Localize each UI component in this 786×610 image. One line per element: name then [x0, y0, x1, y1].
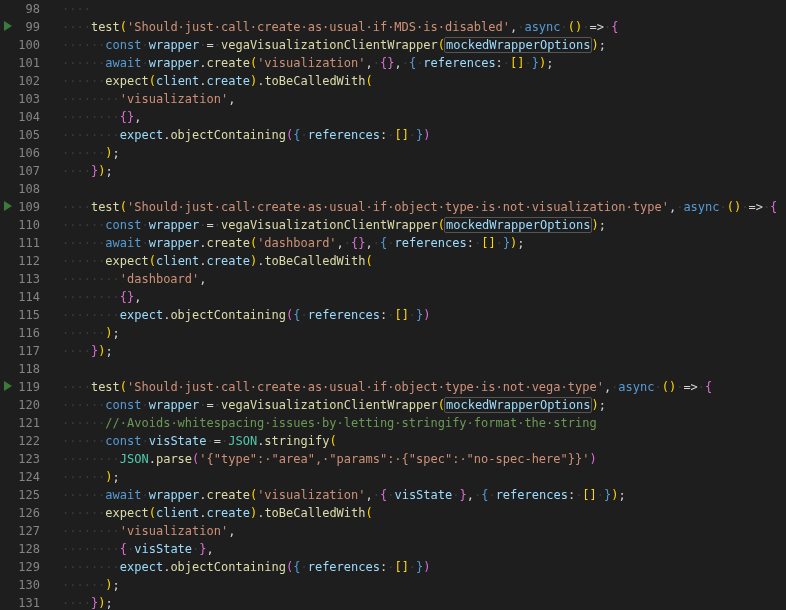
- code-line[interactable]: ······const·visState·=·JSON.stringify(: [62, 432, 786, 450]
- code-line[interactable]: ······);: [62, 144, 786, 162]
- token-string: 'visualization': [257, 488, 365, 502]
- line-number: 120: [0, 396, 58, 414]
- code-line[interactable]: ······);: [62, 468, 786, 486]
- whitespace: ·: [503, 56, 510, 70]
- token-pun: ,: [228, 92, 235, 106]
- run-test-icon[interactable]: [4, 381, 12, 391]
- indent-whitespace: ········: [62, 542, 120, 556]
- line-number: 118: [0, 360, 58, 378]
- code-line[interactable]: ····test('Should·just·call·create·as·usu…: [62, 198, 786, 216]
- token-par: (: [366, 254, 373, 268]
- code-line[interactable]: ····});: [62, 162, 786, 180]
- code-line[interactable]: ········expect.objectContaining({·refere…: [62, 126, 786, 144]
- code-line[interactable]: ····});: [62, 594, 786, 610]
- whitespace: ·: [344, 236, 351, 250]
- run-test-icon[interactable]: [4, 201, 12, 211]
- token-fn: expect: [105, 506, 148, 520]
- code-line[interactable]: ····test('Should·just·call·create·as·usu…: [62, 18, 786, 36]
- indent-whitespace: ······: [62, 254, 105, 268]
- token-kw: async: [524, 20, 560, 34]
- indent-whitespace: ········: [62, 272, 120, 286]
- code-line[interactable]: ········{·visState·},: [62, 540, 786, 558]
- line-number: 125: [0, 486, 58, 504]
- token-par: []: [582, 488, 596, 502]
- code-line[interactable]: ······await·wrapper.create('visualizatio…: [62, 54, 786, 72]
- indent-whitespace: ······: [62, 218, 105, 232]
- code-line[interactable]: ········expect.objectContaining({·refere…: [62, 558, 786, 576]
- token-id: references: [308, 308, 380, 322]
- whitespace: ·: [561, 20, 568, 34]
- token-brk: {}: [120, 110, 134, 124]
- token-fn: parse: [156, 452, 192, 466]
- token-id: wrapper: [149, 488, 200, 502]
- token-pun: ;: [113, 470, 120, 484]
- token-id: wrapper: [149, 56, 200, 70]
- line-number: 109: [0, 198, 58, 216]
- indent-whitespace: ····: [62, 200, 91, 214]
- token-brk: {: [705, 380, 712, 394]
- run-test-icon[interactable]: [4, 21, 12, 31]
- code-line[interactable]: ······//·Avoids·whitespacing·issues·by·l…: [62, 414, 786, 432]
- code-line[interactable]: ········{},: [62, 108, 786, 126]
- line-number: 110: [0, 216, 58, 234]
- whitespace: ·: [207, 434, 214, 448]
- code-line[interactable]: ······const·wrapper·=·vegaVisualizationC…: [62, 216, 786, 234]
- line-number: 128: [0, 540, 58, 558]
- code-line[interactable]: ····});: [62, 342, 786, 360]
- code-line[interactable]: ······await·wrapper.create('visualizatio…: [62, 486, 786, 504]
- token-kw: await: [105, 236, 141, 250]
- code-editor[interactable]: 9899100101102103104105106107108109110111…: [0, 0, 786, 610]
- code-line[interactable]: ······expect(client.create).toBeCalledWi…: [62, 252, 786, 270]
- code-line[interactable]: ······const·wrapper·=·vegaVisualizationC…: [62, 396, 786, 414]
- line-number: 100: [0, 36, 58, 54]
- line-number: 124: [0, 468, 58, 486]
- indent-whitespace: ······: [62, 434, 105, 448]
- token-op: :: [467, 236, 474, 250]
- code-line[interactable]: ······await·wrapper.create('dashboard',·…: [62, 234, 786, 252]
- token-pun: ,: [366, 236, 373, 250]
- token-op: =: [207, 218, 214, 232]
- whitespace: ·: [402, 56, 409, 70]
- token-pun: ,: [366, 488, 373, 502]
- code-line[interactable]: [62, 180, 786, 198]
- indent-whitespace: ······: [62, 470, 105, 484]
- token-op: :: [496, 56, 503, 70]
- code-line[interactable]: ······const·wrapper·=·vegaVisualizationC…: [62, 36, 786, 54]
- code-area[interactable]: ········test('Should·just·call·create·as…: [58, 0, 786, 610]
- code-line[interactable]: ········'visualization',: [62, 522, 786, 540]
- code-line[interactable]: ········'visualization',: [62, 90, 786, 108]
- token-fn: objectContaining: [170, 308, 286, 322]
- code-line[interactable]: ······);: [62, 324, 786, 342]
- code-line[interactable]: ········'dashboard',: [62, 270, 786, 288]
- whitespace: ·: [373, 488, 380, 502]
- token-par: ): [105, 326, 112, 340]
- code-line[interactable]: ····: [62, 0, 786, 18]
- code-line[interactable]: ········expect.objectContaining({·refere…: [62, 306, 786, 324]
- code-line[interactable]: ······expect(client.create).toBeCalledWi…: [62, 504, 786, 522]
- whitespace: ·: [300, 308, 307, 322]
- whitespace: ·: [141, 38, 148, 52]
- line-number: 123: [0, 450, 58, 468]
- code-line[interactable]: [62, 360, 786, 378]
- code-line[interactable]: ····test('Should·just·call·create·as·usu…: [62, 378, 786, 396]
- token-pun: ,: [366, 56, 373, 70]
- token-brk: }: [459, 488, 466, 502]
- code-line[interactable]: ······expect(client.create).toBeCalledWi…: [62, 72, 786, 90]
- token-fn: vegaVisualizationClientWrapper: [221, 398, 438, 412]
- token-string: 'Should·just·call·create·as·usual·if·MDS…: [127, 20, 510, 34]
- token-id: expect: [120, 128, 163, 142]
- code-line[interactable]: ······);: [62, 576, 786, 594]
- whitespace: ·: [214, 398, 221, 412]
- token-pun: ;: [599, 218, 606, 232]
- token-string: 'Should·just·call·create·as·usual·if·obj…: [127, 200, 669, 214]
- token-par: (): [727, 200, 741, 214]
- token-identifier: mockedWrapperOptions: [444, 397, 593, 413]
- code-line[interactable]: ········JSON.parse('{"type":·"area",·"pa…: [62, 450, 786, 468]
- token-cls: JSON: [120, 452, 149, 466]
- token-par: (: [120, 20, 127, 34]
- token-par: ): [591, 398, 598, 412]
- code-line[interactable]: ········{},: [62, 288, 786, 306]
- token-par: (: [149, 254, 156, 268]
- token-id: wrapper: [149, 38, 200, 52]
- whitespace: ·: [720, 200, 727, 214]
